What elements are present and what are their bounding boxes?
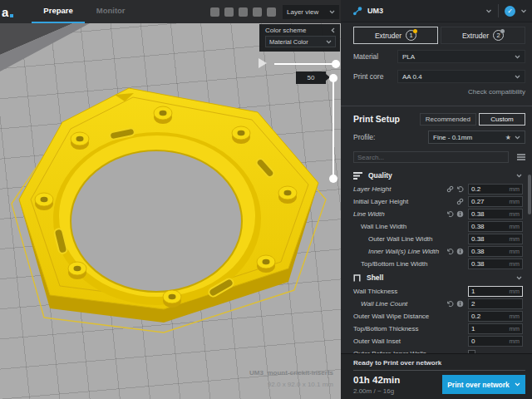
chevron-down-icon[interactable] (520, 9, 527, 13)
model-name: UM3_mount-crickit-inserts (249, 369, 333, 377)
setting-label: Initial Layer Height (353, 198, 408, 205)
section-header-shell[interactable]: Shell (341, 270, 530, 285)
tab-prepare[interactable]: Prepare (32, 0, 84, 23)
info-icon[interactable] (456, 248, 464, 255)
setting-label: Inner Wall(s) Line Width (368, 248, 439, 255)
chevron-down-icon (326, 40, 332, 44)
setting-row-layer-height: Layer Height0.2mm (341, 183, 530, 195)
material-row: Material PLA (353, 50, 525, 63)
material-dropdown[interactable]: PLA (397, 50, 525, 63)
setting-unit: mm (510, 185, 520, 193)
extruder-1-tab[interactable]: Extruder1 (353, 27, 438, 44)
divider (353, 370, 525, 371)
revert-icon[interactable] (446, 210, 454, 218)
setting-value: 0.2 (471, 185, 510, 193)
setting-label: Wall Line Width (361, 223, 406, 230)
top-bar: a PrepareMonitor Layer view (0, 0, 341, 23)
view-front-icon[interactable] (224, 7, 234, 17)
revert-icon[interactable] (446, 300, 454, 308)
view-3d-icon[interactable] (210, 7, 219, 17)
viewport-3d[interactable]: a PrepareMonitor Layer view Color scheme… (0, 0, 341, 399)
print-over-network-button[interactable]: Print over network (442, 375, 525, 394)
extruder-2-tab[interactable]: Extruder2 (441, 27, 525, 44)
profile-row: Profile: Fine - 0.1mm ★ (353, 131, 525, 144)
print-core-dropdown[interactable]: AA 0.4 (397, 70, 525, 83)
revert-icon[interactable] (446, 248, 454, 255)
section-title: Quality (368, 171, 392, 180)
setting-unit: mm (510, 210, 520, 218)
view-right-icon[interactable] (267, 7, 276, 17)
settings-scrollbar[interactable] (528, 175, 531, 214)
material-color-dot (500, 29, 505, 33)
shell-icon (353, 274, 361, 282)
layer-slider-top-handle[interactable] (329, 74, 337, 82)
machine-name: UM3 (367, 7, 383, 15)
setting-value: 0.2 (471, 313, 510, 320)
profile-dropdown[interactable]: Fine - 0.1mm ★ (428, 131, 525, 144)
print-time-estimate: 01h 42min (353, 375, 400, 386)
info-icon[interactable] (456, 300, 464, 308)
machine-selector[interactable]: UM3 ✓ (341, 0, 532, 22)
revert-icon[interactable] (456, 185, 464, 193)
simulation-slider[interactable] (274, 63, 336, 65)
setting-value: 0.38 (471, 248, 510, 255)
info-icon[interactable] (456, 210, 464, 218)
chevron-down-icon[interactable] (516, 174, 522, 178)
setting-input[interactable]: 0.38mm (468, 246, 523, 257)
print-setup-row: Print Setup RecommendedCustom (353, 111, 525, 126)
setting-input[interactable]: 1mm (468, 286, 523, 297)
setting-unit: mm (510, 288, 520, 295)
setting-row-line-width: Line Width0.38mm (341, 208, 530, 220)
color-scheme-dropdown[interactable]: Material Color (265, 36, 336, 47)
chevron-down-icon[interactable] (485, 9, 492, 13)
mode-custom[interactable]: Custom (479, 113, 525, 126)
view-top-icon[interactable] (239, 7, 248, 17)
logo-dot (10, 14, 13, 17)
mode-recommended[interactable]: Recommended (420, 113, 476, 126)
setting-input[interactable]: 0.2mm (468, 311, 523, 322)
tab-monitor[interactable]: Monitor (85, 0, 137, 23)
setting-label: Outer Wall Line Width (368, 235, 433, 243)
view-mode-dropdown[interactable]: Layer view (283, 5, 339, 19)
setting-row-outer-wall-line-width: Outer Wall Line Width0.38mm (341, 233, 530, 245)
setting-input[interactable]: 0.38mm (468, 221, 523, 232)
chevron-left-icon[interactable] (331, 27, 335, 33)
chevron-down-icon[interactable] (516, 276, 522, 280)
setting-input[interactable]: 0.38mm (468, 209, 523, 219)
setting-input[interactable]: 0mm (468, 336, 523, 347)
print-core-label: Print core (353, 72, 383, 81)
simulation-slider-handle[interactable] (332, 60, 340, 68)
setting-value: 2 (471, 300, 520, 308)
search-input[interactable] (353, 151, 509, 163)
sidebar: UM3 ✓ Extruder1Extruder2 Material PLA Pr… (341, 0, 532, 399)
view-orientation-icons (210, 7, 276, 17)
setting-input[interactable]: 0.38mm (468, 259, 523, 269)
setting-input[interactable]: 0.2mm (468, 184, 523, 195)
chevron-down-icon (515, 75, 520, 79)
model-info: UM3_mount-crickit-inserts 92.0 x 92.0 x … (249, 369, 333, 388)
divider (498, 4, 499, 17)
view-left-icon[interactable] (253, 7, 262, 17)
setting-input[interactable]: 0.38mm (468, 234, 523, 244)
settings-menu-icon[interactable] (517, 153, 525, 161)
cura-window: a PrepareMonitor Layer view Color scheme… (0, 0, 532, 399)
setting-input[interactable]: 2 (468, 298, 523, 309)
setting-input[interactable]: 1mm (468, 323, 523, 334)
material-estimate: 2.00m / ~ 16g (353, 387, 400, 395)
setting-input[interactable]: 0.27mm (468, 196, 523, 207)
layer-slider-bottom-handle[interactable] (329, 175, 337, 183)
status-text: Ready to Print over network (353, 359, 525, 367)
setup-mode-toggle: RecommendedCustom (420, 113, 525, 126)
search-row (353, 151, 525, 163)
setting-label: Layer Height (353, 185, 391, 193)
settings-list[interactable]: QualityLayer Height0.2mmInitial Layer He… (341, 168, 530, 353)
print-setup-title: Print Setup (353, 114, 400, 124)
link-icon (456, 198, 464, 205)
layer-slider[interactable] (332, 77, 334, 179)
check-compatibility-link[interactable]: Check compatibility (468, 88, 525, 96)
extruder-number: 2 (493, 30, 504, 41)
play-icon[interactable] (259, 58, 267, 68)
model-dimensions: 92.0 x 92.0 x 10.1 mm (249, 381, 333, 388)
setting-value: 1 (471, 325, 510, 332)
section-header-quality[interactable]: Quality (341, 168, 530, 183)
